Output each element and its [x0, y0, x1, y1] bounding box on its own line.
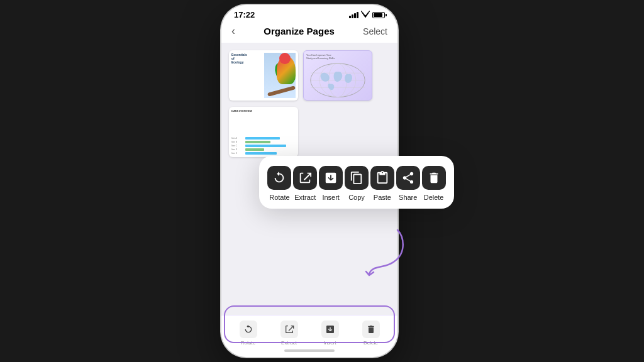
chart-bar-row: Item D — [231, 148, 296, 151]
status-time: 17:22 — [234, 10, 255, 19]
action-delete[interactable]: Delete — [422, 166, 445, 201]
chart-bars: Item A Item B Item C — [231, 114, 296, 155]
chart-title: DATA OVERVIEW — [231, 109, 296, 112]
rotate-icon-bg — [267, 166, 291, 190]
toolbar-rotate[interactable]: Rotate — [240, 321, 257, 346]
action-insert-label: Insert — [322, 194, 340, 201]
toolbar-insert-icon — [325, 324, 335, 334]
chart-bar-row: Item A — [231, 137, 296, 140]
share-icon-bg — [396, 166, 420, 190]
status-icons — [349, 11, 385, 19]
thumb-world[interactable]: You Can Improve YourStudy and Learning S… — [303, 50, 372, 101]
insert-icon-bg — [319, 166, 343, 190]
action-delete-label: Delete — [424, 194, 444, 201]
action-share[interactable]: Share — [396, 166, 419, 201]
delete-icon — [427, 171, 441, 185]
paste-icon — [375, 171, 389, 185]
insert-icon — [324, 171, 338, 185]
wifi-icon — [361, 11, 370, 19]
thumb-ecology[interactable]: EssentialsofEcology — [229, 50, 298, 101]
signal-icon — [349, 12, 358, 18]
action-paste[interactable]: Paste — [370, 166, 394, 201]
select-button[interactable]: Select — [363, 26, 387, 36]
toolbar-delete-icon — [366, 324, 376, 334]
action-extract[interactable]: Extract — [294, 166, 317, 201]
action-rotate[interactable]: Rotate — [268, 166, 291, 201]
action-rotate-label: Rotate — [269, 194, 289, 201]
swirl-arrow — [360, 224, 410, 283]
bottom-toolbar: Rotate Extract I — [221, 315, 397, 357]
phone-container: Rotate Extract Insert — [221, 5, 423, 357]
world-text: You Can Improve YourStudy and Learning S… — [306, 53, 369, 60]
toolbar-delete-label: Delete — [364, 340, 378, 346]
toolbar-rotate-label: Rotate — [241, 340, 256, 346]
action-copy-label: Copy — [348, 194, 365, 201]
action-extract-label: Extract — [294, 194, 316, 201]
extract-icon — [298, 171, 312, 185]
page-title: Organize Pages — [264, 26, 335, 36]
action-menu: Rotate Extract Insert — [259, 156, 454, 209]
toolbar-items: Rotate Extract I — [221, 321, 397, 346]
delete-icon-bg — [422, 166, 446, 190]
nav-bar: ‹ Organize Pages Select — [221, 22, 397, 43]
action-copy[interactable]: Copy — [345, 166, 369, 201]
home-indicator — [284, 349, 335, 352]
toolbar-extract[interactable]: Extract — [280, 321, 298, 346]
share-icon — [401, 171, 415, 185]
thumb-chart[interactable]: DATA OVERVIEW Item A Item B It — [229, 107, 298, 157]
status-bar: 17:22 — [221, 5, 397, 22]
parrot-head — [279, 53, 291, 64]
paste-icon-bg — [370, 166, 394, 190]
chart-bar-row: Item C — [231, 145, 296, 147]
action-insert[interactable]: Insert — [319, 166, 343, 201]
toolbar-delete[interactable]: Delete — [362, 321, 380, 346]
action-paste-label: Paste — [374, 194, 391, 201]
copy-icon-bg — [345, 166, 369, 190]
thumb-row-2: DATA OVERVIEW Item A Item B It — [229, 107, 390, 157]
chart-bar-row: Item E — [231, 152, 296, 155]
copy-icon — [350, 171, 364, 185]
thumb-row-1: EssentialsofEcology You Can Improve Your… — [229, 50, 390, 101]
world-map-svg — [306, 61, 369, 97]
chart-bar-row: Item B — [231, 141, 296, 143]
rotate-icon — [272, 171, 286, 185]
extract-icon-bg — [293, 166, 317, 190]
toolbar-insert-label: Insert — [323, 340, 336, 346]
action-menu-row: Rotate Extract Insert — [268, 166, 445, 201]
back-button[interactable]: ‹ — [231, 25, 235, 38]
toolbar-rotate-icon — [243, 324, 253, 334]
toolbar-extract-icon — [284, 324, 294, 334]
toolbar-extract-label: Extract — [281, 340, 297, 346]
battery-icon — [372, 12, 385, 18]
toolbar-insert[interactable]: Insert — [321, 321, 339, 346]
ecology-title: EssentialsofEcology — [231, 53, 247, 64]
action-share-label: Share — [399, 194, 417, 201]
